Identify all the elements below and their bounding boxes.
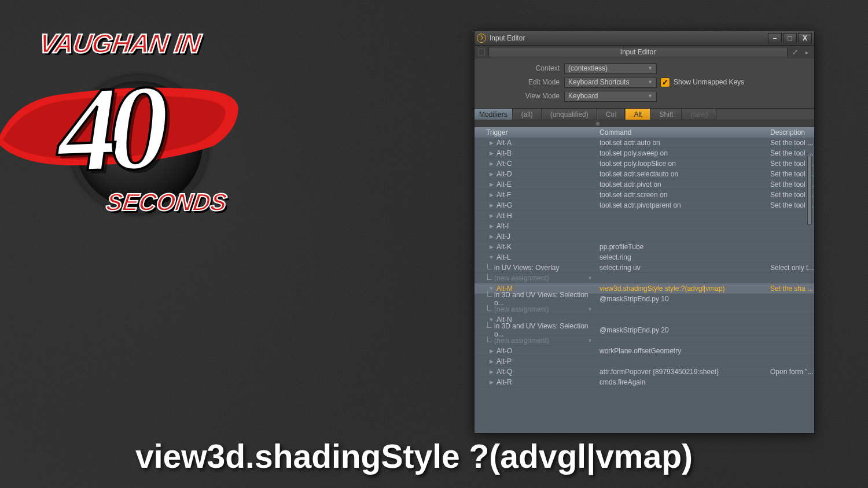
chevron-down-icon: ▼ — [648, 93, 653, 99]
mod-new[interactable]: (new) — [682, 109, 716, 120]
expand-arrow-icon[interactable]: ▶ — [486, 182, 496, 187]
divider-slider[interactable] — [475, 120, 814, 127]
table-row[interactable]: in 3D and UV Views: Selection o...@maskS… — [475, 294, 814, 304]
expand-arrow-icon[interactable]: ▶ — [486, 234, 496, 239]
table-row[interactable]: ▶Alt-Ftool.set actr.screen onSet the too… — [475, 190, 814, 200]
expand-arrow-icon[interactable]: ▶ — [486, 348, 496, 354]
show-unmapped-checkbox[interactable]: ✓ — [660, 77, 670, 87]
expand-arrow-icon[interactable]: ▶ — [486, 379, 496, 385]
table-row[interactable]: ▶Alt-Rcmds.fireAgain — [475, 377, 814, 387]
context-label: Context — [479, 64, 564, 72]
collapse-arrow-icon[interactable]: ▼ — [486, 254, 496, 260]
table-row[interactable]: ▼Alt-Lselect.ring — [475, 252, 814, 263]
scroll-thumb[interactable] — [807, 156, 812, 225]
shortcut-table: Trigger Command Description ▶Alt-Atool.s… — [475, 127, 814, 433]
chevron-down-icon: ▼ — [648, 65, 653, 71]
viewmode-dropdown[interactable]: Keyboard▼ — [564, 91, 657, 102]
show-unmapped-label: Show Unmapped Keys — [674, 78, 744, 86]
table-row[interactable]: (new assignment)▼ — [475, 304, 814, 315]
tab-header: Input Editor ⤢ ▸ — [475, 46, 814, 58]
titlebar[interactable]: Input Editor – □ X — [475, 31, 814, 46]
chevron-down-icon[interactable]: ▼ — [587, 338, 593, 343]
expand-icon[interactable]: ⤢ — [791, 48, 799, 56]
minimize-button[interactable]: – — [768, 33, 782, 43]
tab-input-editor[interactable]: Input Editor — [488, 47, 788, 57]
table-row[interactable]: ▶Alt-Etool.set actr.pivot onSet the tool… — [475, 179, 814, 190]
table-body[interactable]: ▶Alt-Atool.set actr.auto onSet the tool … — [475, 138, 814, 433]
logo-text-bottom: SECONDS — [105, 188, 229, 216]
app-icon — [477, 34, 486, 43]
expand-arrow-icon[interactable]: ▶ — [486, 369, 496, 375]
caption-text: view3d.shadingStyle ?(advgl|vmap) — [135, 437, 693, 475]
modifiers-bar: Modifiers (all) (unqualified) Ctrl Alt S… — [475, 109, 814, 120]
logo: VAUGHAN IN 40 SECONDS — [12, 17, 266, 214]
chevron-down-icon: ▼ — [648, 79, 653, 85]
editmode-label: Edit Mode — [479, 78, 564, 86]
expand-arrow-icon[interactable]: ▶ — [486, 213, 496, 219]
mod-shift[interactable]: Shift — [650, 109, 682, 120]
table-row[interactable]: ▶Alt-Qattr.formPopover {89793450219:shee… — [475, 367, 814, 377]
table-row[interactable]: ▶Alt-Ctool.set poly.loopSlice onSet the … — [475, 158, 814, 169]
table-header: Trigger Command Description — [475, 127, 814, 138]
expand-arrow-icon[interactable]: ▶ — [486, 171, 496, 177]
table-row[interactable]: ▶Alt-Gtool.set actr.pivotparent onSet th… — [475, 200, 814, 210]
table-row[interactable]: ▶Alt-P — [475, 356, 814, 367]
chevron-down-icon[interactable]: ▼ — [587, 275, 593, 281]
modifiers-label: Modifiers — [475, 109, 513, 120]
input-editor-window: Input Editor – □ X Input Editor ⤢ ▸ Cont… — [474, 31, 815, 434]
window-title: Input Editor — [490, 34, 768, 42]
logo-text-top: VAUGHAN IN — [37, 28, 203, 59]
table-row[interactable]: ▶Alt-Kpp.profileTube — [475, 242, 814, 252]
mod-alt[interactable]: Alt — [625, 109, 650, 120]
chevron-down-icon[interactable]: ▼ — [587, 306, 593, 312]
table-row[interactable]: ▶Alt-Dtool.set actr.selectauto onSet the… — [475, 169, 814, 179]
table-row[interactable]: ▶Alt-Btool.set poly.sweep onSet the tool… — [475, 148, 814, 158]
mod-all[interactable]: (all) — [513, 109, 542, 120]
expand-arrow-icon[interactable]: ▶ — [486, 202, 496, 208]
table-row[interactable]: ▶Alt-OworkPlane.offsetGeometry — [475, 346, 814, 356]
table-row[interactable]: ▶Alt-J — [475, 231, 814, 242]
scrollbar[interactable] — [807, 87, 813, 431]
table-row[interactable]: (new assignment)▼ — [475, 335, 814, 346]
tab-grip-icon[interactable] — [478, 49, 485, 56]
table-row[interactable]: in UV Views: Overlayselect.ring uvSelect… — [475, 263, 814, 273]
col-trigger-header[interactable]: Trigger — [475, 127, 596, 138]
mod-ctrl[interactable]: Ctrl — [597, 109, 626, 120]
logo-number: 40 — [56, 57, 161, 200]
expand-arrow-icon[interactable]: ▶ — [486, 192, 496, 198]
table-row[interactable]: ▶Alt-Atool.set actr.auto onSet the tool … — [475, 138, 814, 148]
table-row[interactable]: in 3D and UV Views: Selection o...@maskS… — [475, 325, 814, 335]
table-row[interactable]: (new assignment)▼ — [475, 273, 814, 283]
col-command-header[interactable]: Command — [596, 127, 767, 138]
form-area: Context (contextless)▼ Edit Mode Keyboar… — [475, 58, 814, 109]
editmode-dropdown[interactable]: Keyboard Shortcuts▼ — [564, 77, 657, 88]
expand-arrow-icon[interactable]: ▶ — [486, 150, 496, 156]
expand-arrow-icon[interactable]: ▶ — [486, 140, 496, 146]
context-dropdown[interactable]: (contextless)▼ — [564, 63, 657, 74]
close-button[interactable]: X — [798, 33, 812, 43]
table-row[interactable]: ▶Alt-H — [475, 210, 814, 221]
expand-arrow-icon[interactable]: ▶ — [486, 244, 496, 250]
expand-arrow-icon[interactable]: ▶ — [486, 223, 496, 229]
expand-arrow-icon[interactable]: ▶ — [486, 161, 496, 167]
mod-unqualified[interactable]: (unqualified) — [542, 109, 597, 120]
viewmode-label: View Mode — [479, 92, 564, 100]
maximize-button[interactable]: □ — [783, 33, 797, 43]
next-tab-icon[interactable]: ▸ — [803, 48, 811, 56]
expand-arrow-icon[interactable]: ▶ — [486, 358, 496, 364]
table-row[interactable]: ▶Alt-I — [475, 221, 814, 231]
